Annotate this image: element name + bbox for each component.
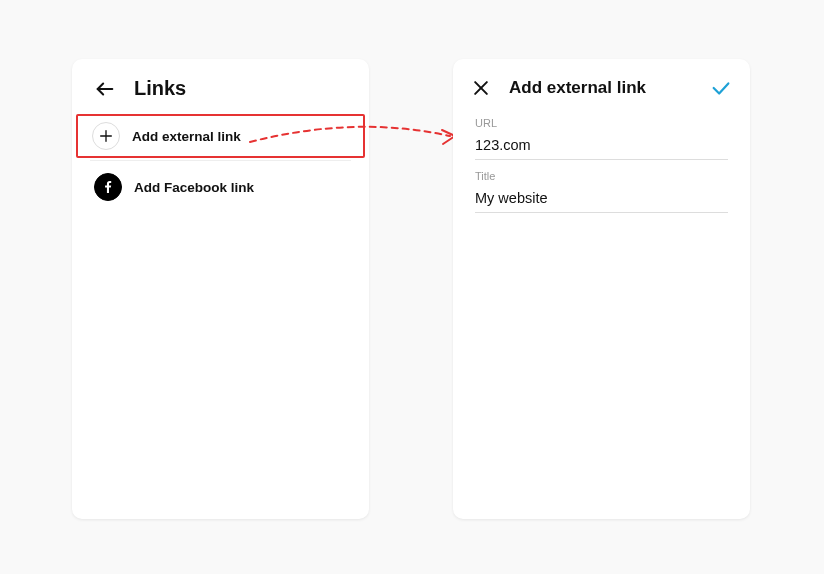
- add-link-title: Add external link: [509, 78, 692, 98]
- add-link-header: Add external link: [453, 59, 750, 109]
- divider: [90, 160, 351, 161]
- title-input[interactable]: [475, 186, 728, 213]
- url-input[interactable]: [475, 133, 728, 160]
- add-external-link-label: Add external link: [132, 129, 241, 144]
- add-external-link-item[interactable]: Add external link: [76, 114, 365, 158]
- confirm-check-icon[interactable]: [710, 77, 732, 99]
- add-facebook-link-label: Add Facebook link: [134, 180, 254, 195]
- back-arrow-icon[interactable]: [94, 78, 116, 100]
- url-label: URL: [475, 117, 728, 129]
- plus-icon: [92, 122, 120, 150]
- title-field: Title: [453, 162, 750, 215]
- add-external-link-panel: Add external link URL Title: [453, 59, 750, 519]
- add-facebook-link-item[interactable]: Add Facebook link: [78, 165, 363, 209]
- links-title: Links: [134, 77, 186, 100]
- url-field: URL: [453, 109, 750, 162]
- close-icon[interactable]: [471, 78, 491, 98]
- links-header: Links: [72, 59, 369, 112]
- facebook-icon: [94, 173, 122, 201]
- links-panel: Links Add external link Add Facebook lin…: [72, 59, 369, 519]
- title-label: Title: [475, 170, 728, 182]
